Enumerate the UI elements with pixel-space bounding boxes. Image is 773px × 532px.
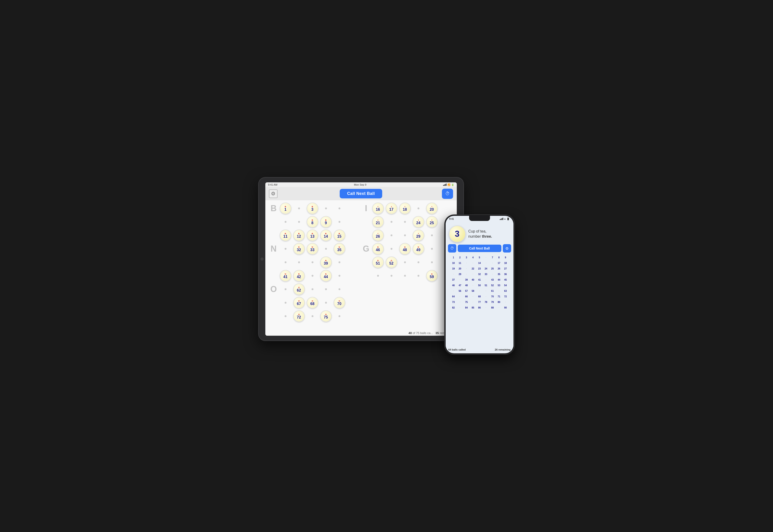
iphone-grid-cell: 4 <box>470 255 476 260</box>
bingo-cell <box>385 229 398 242</box>
ball-o70[interactable]: O70 <box>334 297 345 309</box>
ball-o62[interactable]: O62 <box>293 283 305 295</box>
ball-i17[interactable]: I17 <box>386 203 397 214</box>
ball-n33[interactable]: N33 <box>307 243 318 255</box>
iphone-grid-cell: 63 <box>503 288 509 293</box>
empty-dot <box>391 234 392 236</box>
bingo-cell: I21 <box>372 216 384 228</box>
ipad-status-bar: 9:41 AM Mon Sep 9 📶 🔋 <box>265 182 457 187</box>
iphone-grid-cell: · <box>457 294 463 299</box>
iphone-screen: 9:41 ▲ ▐▌ 3 Cup of <box>446 216 513 353</box>
ball-i20[interactable]: I20 <box>426 203 438 214</box>
iphone-grid-cell: 25 <box>490 266 496 271</box>
timer-button[interactable]: ⏱ <box>442 189 453 199</box>
ball-n41[interactable]: N41 <box>280 270 291 282</box>
iphone-remaining-count: 26 <box>495 348 498 351</box>
bingo-row-n1: N N32 N33 N35 G G46 G48 G49 <box>269 243 453 255</box>
iphone-grid-cell: 19 <box>451 266 457 271</box>
ball-g48[interactable]: G48 <box>399 243 411 255</box>
ball-o67[interactable]: O67 <box>293 297 305 309</box>
iphone-grid-cell: 5 <box>477 255 483 260</box>
ball-g49[interactable]: G49 <box>413 243 424 255</box>
iphone-grid-row: 64·66·68·707172 <box>447 294 512 299</box>
iphone-grid-cell: 3 <box>464 255 470 260</box>
ball-b14[interactable]: B14 <box>320 230 332 241</box>
iphone-grid-row: ·565758··61·63 <box>447 288 512 293</box>
bingo-cell <box>279 296 292 309</box>
bingo-cell <box>333 310 346 322</box>
iphone-grid-cell: 27 <box>503 266 509 271</box>
bingo-cell: B1 <box>279 202 292 215</box>
iphone-remaining-text: 26 remaining <box>495 348 511 351</box>
ball-o72[interactable]: O72 <box>293 310 305 322</box>
ball-n42[interactable]: N42 <box>293 270 305 282</box>
bingo-letter-b: B <box>269 204 278 213</box>
bingo-cell: B11 <box>279 229 292 242</box>
ball-b11[interactable]: B11 <box>280 230 291 241</box>
iphone-grid-cell: · <box>496 288 502 293</box>
ball-n44[interactable]: N44 <box>320 270 332 282</box>
ball-o75[interactable]: O75 <box>320 310 332 322</box>
ball-n32[interactable]: N32 <box>293 243 305 255</box>
bingo-cell <box>279 256 292 269</box>
ball-g52[interactable]: G52 <box>386 256 397 268</box>
ball-g59[interactable]: G59 <box>426 270 438 282</box>
ball-i25[interactable]: I25 <box>426 216 438 228</box>
ball-i18[interactable]: I18 <box>399 203 411 214</box>
ball-b9[interactable]: B9 <box>320 216 332 228</box>
bingo-cell: G59 <box>426 269 438 282</box>
iphone-call-next-ball-button[interactable]: Call Next Ball <box>458 245 501 252</box>
empty-dot <box>404 275 406 277</box>
iphone-timer-button[interactable]: ⏱ <box>448 244 456 253</box>
ball-i21[interactable]: I21 <box>372 216 384 228</box>
bingo-row-o3: O72 O75 <box>269 310 453 322</box>
iphone-grid-row: 1920·222324252627 <box>447 266 512 271</box>
ball-g51[interactable]: G51 <box>372 256 384 268</box>
empty-dot <box>339 315 340 317</box>
settings-button[interactable]: ⚙ <box>269 190 277 198</box>
current-ball-text: Cup of tea, number three. <box>468 229 492 239</box>
iphone-device: 9:41 ▲ ▐▌ 3 Cup of <box>445 215 514 354</box>
ball-g46[interactable]: G46 <box>372 243 384 255</box>
ball-i16[interactable]: I16 <box>372 203 384 214</box>
bingo-row-o2: O67 O68 O70 <box>269 296 453 309</box>
ball-n35[interactable]: N35 <box>334 243 345 255</box>
ball-o68[interactable]: O68 <box>307 297 318 309</box>
bingo-cell: I16 <box>372 202 384 215</box>
ball-i24[interactable]: I24 <box>413 216 424 228</box>
remaining-count: 35 <box>435 331 439 335</box>
iphone-balls-called-count: 64 <box>448 348 451 351</box>
empty-dot <box>325 248 327 250</box>
ipad-home-button[interactable] <box>261 258 263 260</box>
bingo-cell: I26 <box>372 229 384 242</box>
bingo-row-b3: B11 B12 B13 B14 B15 I26 I29 <box>269 229 453 242</box>
iphone-ball-display: 3 Cup of tea, number three. <box>446 223 513 244</box>
ball-b8[interactable]: B8 <box>307 216 318 228</box>
ball-i26[interactable]: I26 <box>372 230 384 241</box>
iphone-grid-cell: · <box>451 272 457 277</box>
bingo-cell: O72 <box>293 310 305 322</box>
bingo-row-n2: N39 G51 G52 <box>269 256 453 269</box>
ball-b12[interactable]: B12 <box>293 230 305 241</box>
iphone-grid-cell: 7 <box>490 255 496 260</box>
call-next-ball-button[interactable]: Call Next Ball <box>340 189 382 198</box>
iphone-settings-button[interactable]: ⚙ <box>503 244 511 253</box>
ball-b15[interactable]: B15 <box>334 230 345 241</box>
empty-dot <box>285 221 286 223</box>
ball-i29[interactable]: I29 <box>413 230 424 241</box>
iphone-grid-cell: 86 <box>477 305 483 310</box>
ball-n39[interactable]: N39 <box>320 256 332 268</box>
ball-b3[interactable]: B3 <box>307 203 318 214</box>
iphone-grid-row: 464748·5051525354 <box>447 283 512 288</box>
ball-b1[interactable]: B1 <box>280 203 291 214</box>
iphone-grid-cell: 51 <box>483 283 489 288</box>
ball-b13[interactable]: B13 <box>307 230 318 241</box>
iphone-grid-cell: 61 <box>490 288 496 293</box>
iphone-grid-cell: 44 <box>496 277 502 282</box>
bingo-cell <box>399 269 411 282</box>
bingo-cell: N33 <box>306 243 319 255</box>
bingo-cell: G46 <box>372 243 384 255</box>
empty-dot <box>339 221 340 223</box>
iphone-grid-cell: 78 <box>483 299 489 305</box>
empty-dot <box>312 275 313 277</box>
